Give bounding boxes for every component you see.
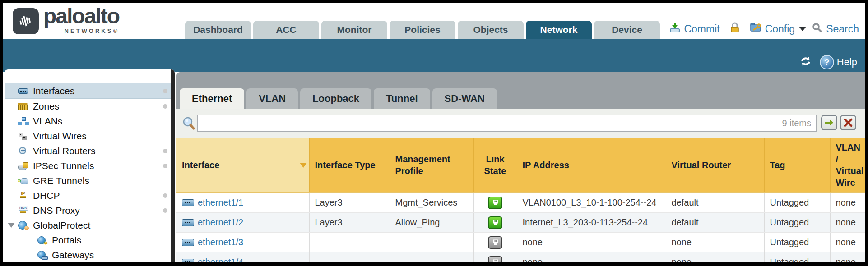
cell-management-profile [390,252,473,263]
tab-device[interactable]: Device [594,21,660,39]
cell-virtual-router: none [666,252,764,263]
virtual-wires-icon [18,132,29,141]
cell-vlan-virtual-wire: none [830,193,865,213]
band-right: ? Help [799,55,857,69]
cell-ip-address: none [517,252,666,263]
column-header-link-state[interactable]: Link State [473,138,517,193]
gre-tunnels-icon [18,176,29,185]
link-state-down-icon [488,256,502,263]
sidebar-item-dns-proxy[interactable]: DNS Proxy [5,203,175,218]
tab-dashboard[interactable]: Dashboard [185,21,251,39]
lock-button[interactable] [729,22,741,36]
apply-filter-button[interactable] [821,115,837,130]
column-header-ip-address[interactable]: IP Address [517,138,666,193]
status-dot [163,89,167,93]
interface-link[interactable]: ethernet1/3 [198,237,243,247]
sidebar-item-interfaces[interactable]: Interfaces [5,83,175,99]
subtab-sd-wan[interactable]: SD-WAN [432,88,497,109]
tab-monitor[interactable]: Monitor [321,21,387,39]
interface-link[interactable]: ethernet1/1 [198,197,243,207]
column-header-vlan-virtual-wire[interactable]: VLAN / Virtual Wire [830,138,865,193]
cell-ip-address: Internet_L3_203-0-113-254--24 [517,213,666,233]
chevron-down-icon [799,27,806,31]
refresh-icon[interactable] [799,55,812,69]
sidebar-item-ipsec-tunnels[interactable]: IPSec Tunnels [5,158,175,173]
cell-ip-address: none [517,233,666,252]
main-tabs: DashboardACCMonitorPoliciesObjectsNetwor… [185,21,660,39]
sidebar-item-gateways[interactable]: Gateways [5,248,175,262]
subtab-vlan[interactable]: VLAN [246,88,298,109]
interface-link[interactable]: ethernet1/4 [198,257,243,262]
link-state-down-icon [488,236,502,249]
sidebar-item-virtual-routers[interactable]: Virtual Routers [5,143,175,158]
sidebar-item-globalprotect[interactable]: GlobalProtect [5,218,175,233]
sidebar-scrollbar[interactable] [171,69,175,262]
interfaces-icon [18,87,29,96]
tab-acc[interactable]: ACC [253,21,319,39]
sidebar-item-label: DNS Proxy [33,205,80,216]
ipsec-tunnels-icon [18,161,29,170]
portals-icon [37,236,48,245]
sidebar-item-label: VLANs [33,116,62,127]
switch-icon [182,199,194,206]
help-icon: ? [820,55,834,69]
column-header-virtual-router[interactable]: Virtual Router [666,138,764,193]
sidebar-item-virtual-wires[interactable]: Virtual Wires [5,128,175,143]
cell-interface: ethernet1/2 [176,213,309,233]
filter-input[interactable] [197,115,817,132]
subtab-ethernet[interactable]: Ethernet [180,88,244,109]
sidebar-item-zones[interactable]: Zones [5,99,175,114]
cell-interface-type [309,233,390,252]
expander-icon[interactable] [8,223,15,228]
paloalto-logo: paloalto NETWORKS® [13,5,119,34]
interface-link[interactable]: ethernet1/2 [198,217,243,227]
subtab-tunnel[interactable]: Tunnel [374,88,430,109]
sidebar-item-dhcp[interactable]: DHCP [5,188,175,203]
help-button[interactable]: ? Help [820,55,857,69]
table-row: ethernet1/3nonenoneUntaggednone [176,233,865,252]
sort-arrow-icon[interactable] [300,163,307,168]
column-header-interface[interactable]: Interface [176,138,297,193]
table-body: ethernet1/1Layer3Mgmt_ServicesVLAN0100_L… [176,193,865,262]
search-button[interactable]: Search [812,22,859,36]
switch-icon [182,219,194,226]
column-header-management-profile[interactable]: Management Profile [390,138,473,193]
commit-button[interactable]: Commit [669,22,719,36]
sidebar-item-label: GlobalProtect [33,220,90,231]
item-count: 9 items [782,118,811,128]
tab-network[interactable]: Network [526,21,592,39]
status-dot [163,193,167,198]
help-label: Help [837,56,857,68]
sidebar-item-gre-tunnels[interactable]: GRE Tunnels [5,173,175,188]
filter-search-icon [182,116,195,133]
table-row: ethernet1/1Layer3Mgmt_ServicesVLAN0100_L… [176,193,865,213]
zones-icon [18,102,29,111]
cell-virtual-router: none [666,233,764,252]
dns-proxy-icon [18,206,29,215]
sidebar-item-vlans[interactable]: VLANs [5,114,175,128]
logo-text: paloalto NETWORKS® [43,5,119,34]
column-header-interface-type[interactable]: Interface Type [309,138,390,193]
sidebar-item-portals[interactable]: Portals [5,233,175,248]
tab-policies[interactable]: Policies [390,21,455,39]
dhcp-icon [18,191,29,200]
sub-tabs: EthernetVLANLoopbackTunnelSD-WAN [180,88,497,109]
column-header-tag[interactable]: Tag [764,138,830,193]
tab-objects[interactable]: Objects [458,21,524,39]
config-button[interactable]: Config [750,22,806,36]
cell-link-state [473,252,517,263]
cell-vlan-virtual-wire: none [830,233,865,252]
sidebar-item-label: Portals [52,235,81,246]
sidebar-item-label: Zones [33,101,59,112]
sort-menu-cell[interactable] [297,138,309,193]
cell-tag: Untagged [764,233,830,252]
filter-bar: 9 items [176,109,865,138]
subtab-loopback[interactable]: Loopback [300,88,371,109]
secondary-bar: ? Help [3,39,865,72]
cell-management-profile: Allow_Ping [390,213,473,233]
clear-filter-button[interactable] [840,115,856,130]
cell-interface-type: Layer3 [309,213,390,233]
search-label: Search [826,23,859,35]
content-panel: EthernetVLANLoopbackTunnelSD-WAN 9 items [176,72,865,262]
sidebar-item-label: Virtual Routers [33,146,96,156]
